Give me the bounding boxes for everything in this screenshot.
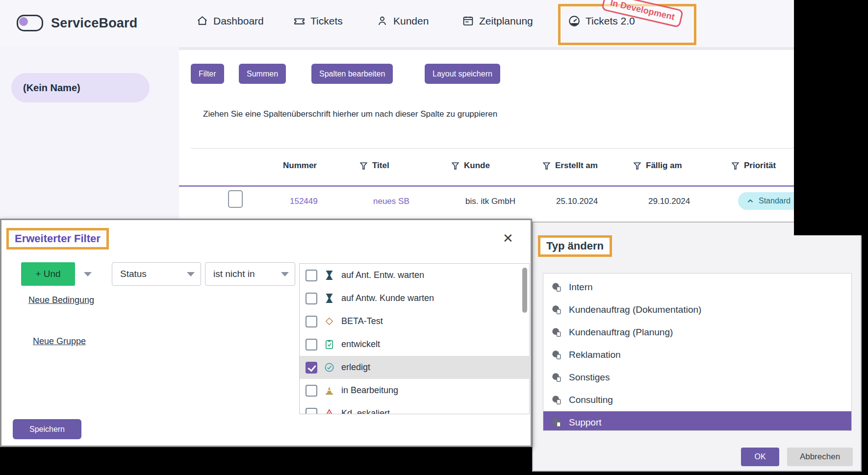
close-icon[interactable]: ✕ bbox=[503, 232, 513, 245]
column-header-nummer[interactable]: Nummer bbox=[283, 161, 317, 171]
type-tag-icon bbox=[551, 417, 562, 428]
tickets-grid-panel: Filter Summen Spalten bearbeiten Layout … bbox=[179, 47, 794, 235]
list-item[interactable]: auf Antw. Kunde warten bbox=[300, 287, 529, 310]
cell-nummer[interactable]: 152449 bbox=[290, 197, 318, 206]
status-label: erledigt bbox=[341, 362, 370, 373]
checkbox[interactable] bbox=[306, 385, 317, 397]
field-select[interactable]: Status bbox=[112, 262, 201, 286]
scrollbar-thumb[interactable] bbox=[522, 268, 527, 313]
dialog-title: Erweiterter Filter bbox=[15, 232, 101, 245]
column-header-titel[interactable]: Titel bbox=[359, 161, 389, 171]
nav-item-zeitplanung[interactable]: Zeitplanung bbox=[462, 15, 533, 27]
column-header-erstellt-am[interactable]: Erstellt am bbox=[542, 161, 598, 171]
checkbox-checked[interactable] bbox=[306, 362, 317, 374]
save-button[interactable]: Speichern bbox=[13, 419, 81, 439]
list-item[interactable]: in Bearbeitung bbox=[300, 379, 529, 402]
status-label: entwickelt bbox=[341, 339, 380, 350]
filter-funnel-icon[interactable] bbox=[451, 161, 460, 171]
list-item[interactable]: Sonstiges bbox=[543, 366, 851, 389]
brand: ServiceBoard bbox=[17, 15, 138, 31]
cell-titel[interactable]: neues SB bbox=[373, 197, 409, 206]
list-item[interactable]: entwickelt bbox=[300, 333, 529, 356]
column-header-kunde[interactable]: Kunde bbox=[451, 161, 490, 171]
gauge-icon bbox=[568, 15, 581, 27]
type-tag-icon bbox=[551, 372, 562, 383]
nav-item-tickets[interactable]: Tickets bbox=[293, 15, 343, 27]
checkbox[interactable] bbox=[306, 316, 317, 327]
hourglass-icon bbox=[324, 270, 335, 281]
new-condition-link[interactable]: Neue Bedingung bbox=[27, 294, 96, 307]
list-item[interactable]: Kd. eskaliert bbox=[300, 402, 529, 414]
calendar-icon bbox=[462, 15, 474, 27]
checkbox[interactable] bbox=[306, 408, 317, 415]
and-dropdown-caret-icon[interactable] bbox=[84, 272, 92, 276]
row-checkbox[interactable] bbox=[228, 190, 243, 208]
type-listbox: Intern Kundenauftrag (Dokumentation) Kun… bbox=[543, 273, 852, 431]
filter-funnel-icon[interactable] bbox=[542, 161, 551, 171]
brand-title: ServiceBoard bbox=[51, 16, 138, 31]
checkbox[interactable] bbox=[306, 270, 317, 281]
check-circle-icon bbox=[324, 362, 335, 373]
type-tag-icon bbox=[551, 327, 562, 338]
list-item[interactable]: Consulting bbox=[543, 389, 851, 411]
list-item[interactable]: Kundenauftrag (Dokumentation) bbox=[543, 299, 851, 321]
change-type-dialog: Typ ändern Intern Kundenauftrag (Dokumen… bbox=[532, 222, 862, 472]
filter-button[interactable]: Filter bbox=[191, 64, 224, 84]
field-select-value: Status bbox=[120, 269, 147, 279]
sidebar-item-kein-name[interactable]: (Kein Name) bbox=[11, 73, 150, 102]
type-label: Support bbox=[569, 417, 602, 428]
nav-item-tickets-2-0[interactable]: Tickets 2.0 bbox=[568, 15, 635, 27]
status-label: Kd. eskaliert bbox=[341, 408, 390, 414]
chevron-down-icon bbox=[281, 272, 289, 276]
type-tag-icon bbox=[551, 304, 562, 315]
list-item[interactable]: Kundenauftrag (Planung) bbox=[543, 321, 851, 344]
type-tag-icon bbox=[551, 282, 562, 293]
list-item[interactable]: Intern bbox=[543, 276, 851, 299]
filter-funnel-icon[interactable] bbox=[359, 161, 368, 171]
list-item[interactable]: BETA-Test bbox=[300, 310, 529, 333]
list-item-selected[interactable]: Support bbox=[543, 411, 851, 431]
ticket-icon bbox=[293, 15, 306, 27]
and-condition-button[interactable]: + Und bbox=[21, 262, 75, 286]
priority-label: Standard bbox=[759, 197, 791, 205]
operator-select[interactable]: ist nicht in bbox=[205, 262, 295, 286]
type-label: Sonstiges bbox=[569, 372, 610, 383]
cell-erstellt-am: 25.10.2024 bbox=[556, 197, 598, 206]
checkbox[interactable] bbox=[306, 293, 317, 304]
status-label: BETA-Test bbox=[341, 316, 383, 326]
nav-label: Zeitplanung bbox=[479, 15, 533, 27]
filter-funnel-icon[interactable] bbox=[633, 161, 642, 171]
status-listbox: auf Ant. Entw. warten auf Antw. Kunde wa… bbox=[299, 263, 530, 414]
checkbox[interactable] bbox=[306, 339, 317, 350]
cancel-button[interactable]: Abbrechen bbox=[787, 448, 853, 466]
column-header-prioritaet[interactable]: Priorität bbox=[731, 161, 776, 171]
list-item[interactable]: Reklamation bbox=[543, 344, 851, 366]
nav-item-dashboard[interactable]: Dashboard bbox=[196, 15, 264, 27]
nav-label: Dashboard bbox=[213, 15, 264, 27]
new-group-link[interactable]: Neue Gruppe bbox=[15, 336, 103, 347]
home-icon bbox=[196, 15, 208, 27]
priority-badge[interactable]: Standard bbox=[738, 192, 794, 210]
sums-button[interactable]: Summen bbox=[239, 64, 286, 84]
list-item[interactable]: auf Ant. Entw. warten bbox=[300, 264, 529, 287]
type-label: Reklamation bbox=[569, 350, 621, 360]
warning-triangle-icon bbox=[324, 408, 335, 414]
diamond-icon bbox=[324, 316, 335, 327]
app-root: ServiceBoard Dashboard Tickets Kunden Ze… bbox=[0, 0, 868, 475]
clipboard-check-icon bbox=[324, 339, 335, 350]
ok-button[interactable]: OK bbox=[741, 448, 779, 466]
save-layout-button[interactable]: Layout speichern bbox=[425, 64, 500, 84]
serviceboard-logo-icon bbox=[17, 15, 43, 31]
edit-columns-button[interactable]: Spalten bearbeiten bbox=[311, 64, 393, 84]
list-item-selected[interactable]: erledigt bbox=[300, 356, 529, 379]
nav-label: Tickets 2.0 bbox=[586, 15, 635, 27]
column-label: Kunde bbox=[464, 161, 490, 171]
advanced-filter-dialog: Erweiterter Filter ✕ + Und Status ist ni… bbox=[0, 219, 532, 447]
filter-funnel-icon[interactable] bbox=[731, 161, 740, 171]
column-label: Erstellt am bbox=[555, 161, 598, 171]
nav-item-kunden[interactable]: Kunden bbox=[376, 15, 429, 27]
traffic-cone-icon bbox=[324, 385, 335, 396]
column-header-faellig-am[interactable]: Fällig am bbox=[633, 161, 682, 171]
cell-kunde: bis. itk GmbH bbox=[465, 197, 515, 206]
type-label: Kundenauftrag (Dokumentation) bbox=[569, 304, 701, 315]
